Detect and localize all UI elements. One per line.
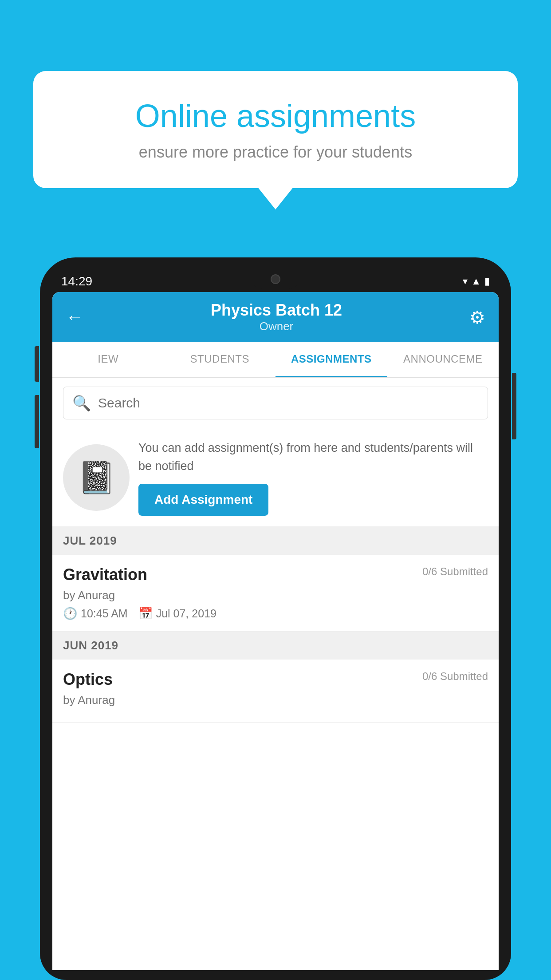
speech-bubble: Online assignments ensure more practice … (33, 71, 518, 188)
phone-notch (249, 271, 302, 288)
speech-bubble-container: Online assignments ensure more practice … (33, 71, 518, 188)
assignment-time-value: 10:45 AM (81, 607, 128, 620)
assignment-author-gravitation: by Anurag (63, 589, 488, 602)
phone-container: 14:29 ▾ ▲ ▮ ← Physics Batch 12 Owner ⚙ (40, 257, 511, 980)
assignment-date: 📅 Jul 07, 2019 (138, 607, 216, 620)
phone-side-btn-volume-up (35, 346, 39, 382)
tab-assignments[interactable]: ASSIGNMENTS (276, 342, 387, 377)
assignment-submitted-gravitation: 0/6 Submitted (422, 565, 488, 578)
assignment-time: 🕐 10:45 AM (63, 607, 128, 620)
search-icon: 🔍 (72, 394, 91, 412)
phone-screen: ← Physics Batch 12 Owner ⚙ IEW STUDENTS … (52, 292, 499, 970)
search-input[interactable] (98, 395, 479, 411)
header-title-group: Physics Batch 12 Owner (211, 301, 342, 333)
status-time: 14:29 (61, 274, 92, 288)
add-assignment-button[interactable]: Add Assignment (138, 484, 268, 516)
tabs-bar: IEW STUDENTS ASSIGNMENTS ANNOUNCEME (52, 342, 499, 378)
clock-icon: 🕐 (63, 607, 77, 620)
info-text-group: You can add assignment(s) from here and … (138, 439, 488, 516)
assignment-top-row: Gravitation 0/6 Submitted (63, 565, 488, 584)
info-banner: 📓 You can add assignment(s) from here an… (52, 428, 499, 527)
app-header: ← Physics Batch 12 Owner ⚙ (52, 292, 499, 342)
assignment-meta-gravitation: 🕐 10:45 AM 📅 Jul 07, 2019 (63, 607, 488, 620)
phone-outer: 14:29 ▾ ▲ ▮ ← Physics Batch 12 Owner ⚙ (40, 257, 511, 980)
search-bar-container: 🔍 (52, 378, 499, 428)
wifi-icon: ▾ (463, 276, 468, 287)
phone-status-icons: ▾ ▲ ▮ (463, 276, 490, 287)
settings-icon[interactable]: ⚙ (469, 307, 485, 328)
search-bar: 🔍 (63, 387, 488, 419)
calendar-icon: 📅 (138, 607, 153, 620)
notebook-icon: 📓 (77, 459, 116, 496)
back-button[interactable]: ← (66, 307, 83, 327)
phone-side-btn-power (512, 373, 516, 439)
phone-camera (271, 274, 280, 284)
tab-announcements[interactable]: ANNOUNCEME (387, 342, 499, 377)
assignment-item-optics[interactable]: Optics 0/6 Submitted by Anurag (52, 660, 499, 723)
status-bar: 14:29 ▾ ▲ ▮ (52, 271, 499, 292)
tab-students[interactable]: STUDENTS (164, 342, 276, 377)
assignment-top-row-optics: Optics 0/6 Submitted (63, 670, 488, 689)
assignment-title-optics: Optics (63, 670, 113, 689)
batch-subtitle: Owner (211, 320, 342, 333)
assignment-icon-circle: 📓 (63, 444, 130, 511)
assignment-date-value: Jul 07, 2019 (156, 607, 216, 620)
batch-title: Physics Batch 12 (211, 301, 342, 320)
speech-bubble-title: Online assignments (64, 98, 487, 134)
tab-iew[interactable]: IEW (52, 342, 164, 377)
assignment-title-gravitation: Gravitation (63, 565, 147, 584)
section-header-jul: JUL 2019 (52, 527, 499, 555)
speech-bubble-subtitle: ensure more practice for your students (64, 143, 487, 162)
info-description: You can add assignment(s) from here and … (138, 439, 488, 475)
battery-icon: ▮ (484, 276, 490, 287)
assignment-item-gravitation[interactable]: Gravitation 0/6 Submitted by Anurag 🕐 10… (52, 555, 499, 632)
assignment-submitted-optics: 0/6 Submitted (422, 670, 488, 683)
phone-side-btn-volume-down (35, 395, 39, 448)
signal-icon: ▲ (471, 276, 481, 287)
assignment-author-optics: by Anurag (63, 693, 488, 707)
section-header-jun: JUN 2019 (52, 632, 499, 660)
